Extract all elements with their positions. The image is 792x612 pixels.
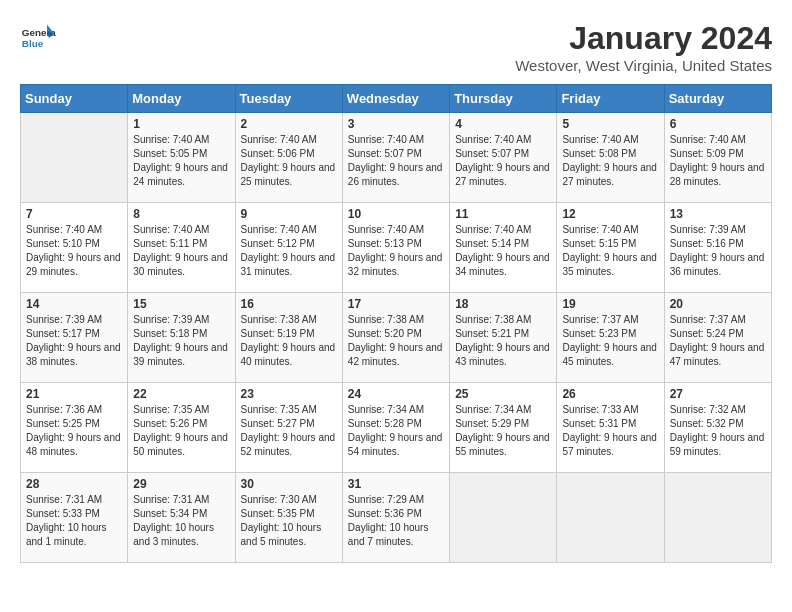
calendar-cell: 22Sunrise: 7:35 AMSunset: 5:26 PMDayligh… [128,383,235,473]
calendar-week-row: 14Sunrise: 7:39 AMSunset: 5:17 PMDayligh… [21,293,772,383]
day-info: Sunrise: 7:40 AMSunset: 5:15 PMDaylight:… [562,223,658,279]
day-number: 5 [562,117,658,131]
calendar-cell: 17Sunrise: 7:38 AMSunset: 5:20 PMDayligh… [342,293,449,383]
day-info: Sunrise: 7:40 AMSunset: 5:07 PMDaylight:… [455,133,551,189]
weekday-header-thursday: Thursday [450,85,557,113]
day-number: 27 [670,387,766,401]
calendar-table: SundayMondayTuesdayWednesdayThursdayFrid… [20,84,772,563]
day-info: Sunrise: 7:40 AMSunset: 5:10 PMDaylight:… [26,223,122,279]
day-number: 30 [241,477,337,491]
weekday-header-friday: Friday [557,85,664,113]
day-number: 10 [348,207,444,221]
day-number: 9 [241,207,337,221]
day-info: Sunrise: 7:38 AMSunset: 5:21 PMDaylight:… [455,313,551,369]
day-info: Sunrise: 7:29 AMSunset: 5:36 PMDaylight:… [348,493,444,549]
calendar-cell: 29Sunrise: 7:31 AMSunset: 5:34 PMDayligh… [128,473,235,563]
calendar-cell: 31Sunrise: 7:29 AMSunset: 5:36 PMDayligh… [342,473,449,563]
calendar-week-row: 1Sunrise: 7:40 AMSunset: 5:05 PMDaylight… [21,113,772,203]
day-number: 14 [26,297,122,311]
day-info: Sunrise: 7:31 AMSunset: 5:33 PMDaylight:… [26,493,122,549]
month-title: January 2024 [515,20,772,57]
svg-text:Blue: Blue [22,38,44,49]
calendar-cell [664,473,771,563]
day-number: 20 [670,297,766,311]
day-number: 29 [133,477,229,491]
calendar-cell [21,113,128,203]
calendar-cell: 26Sunrise: 7:33 AMSunset: 5:31 PMDayligh… [557,383,664,473]
day-number: 7 [26,207,122,221]
page-header: General Blue January 2024 Westover, West… [20,20,772,74]
weekday-header-monday: Monday [128,85,235,113]
day-number: 21 [26,387,122,401]
day-number: 25 [455,387,551,401]
calendar-cell: 28Sunrise: 7:31 AMSunset: 5:33 PMDayligh… [21,473,128,563]
calendar-cell [557,473,664,563]
day-number: 18 [455,297,551,311]
day-info: Sunrise: 7:31 AMSunset: 5:34 PMDaylight:… [133,493,229,549]
calendar-cell: 7Sunrise: 7:40 AMSunset: 5:10 PMDaylight… [21,203,128,293]
day-info: Sunrise: 7:38 AMSunset: 5:20 PMDaylight:… [348,313,444,369]
calendar-cell: 11Sunrise: 7:40 AMSunset: 5:14 PMDayligh… [450,203,557,293]
day-info: Sunrise: 7:33 AMSunset: 5:31 PMDaylight:… [562,403,658,459]
day-info: Sunrise: 7:40 AMSunset: 5:05 PMDaylight:… [133,133,229,189]
day-info: Sunrise: 7:35 AMSunset: 5:26 PMDaylight:… [133,403,229,459]
day-number: 28 [26,477,122,491]
day-info: Sunrise: 7:40 AMSunset: 5:13 PMDaylight:… [348,223,444,279]
day-info: Sunrise: 7:40 AMSunset: 5:12 PMDaylight:… [241,223,337,279]
day-number: 24 [348,387,444,401]
calendar-cell: 16Sunrise: 7:38 AMSunset: 5:19 PMDayligh… [235,293,342,383]
calendar-cell: 14Sunrise: 7:39 AMSunset: 5:17 PMDayligh… [21,293,128,383]
day-number: 16 [241,297,337,311]
calendar-cell: 27Sunrise: 7:32 AMSunset: 5:32 PMDayligh… [664,383,771,473]
weekday-header-tuesday: Tuesday [235,85,342,113]
day-info: Sunrise: 7:35 AMSunset: 5:27 PMDaylight:… [241,403,337,459]
calendar-cell: 8Sunrise: 7:40 AMSunset: 5:11 PMDaylight… [128,203,235,293]
calendar-week-row: 21Sunrise: 7:36 AMSunset: 5:25 PMDayligh… [21,383,772,473]
day-number: 22 [133,387,229,401]
calendar-cell: 13Sunrise: 7:39 AMSunset: 5:16 PMDayligh… [664,203,771,293]
location-subtitle: Westover, West Virginia, United States [515,57,772,74]
calendar-cell: 9Sunrise: 7:40 AMSunset: 5:12 PMDaylight… [235,203,342,293]
calendar-week-row: 7Sunrise: 7:40 AMSunset: 5:10 PMDaylight… [21,203,772,293]
weekday-header-sunday: Sunday [21,85,128,113]
logo-icon: General Blue [20,20,56,56]
day-number: 1 [133,117,229,131]
calendar-week-row: 28Sunrise: 7:31 AMSunset: 5:33 PMDayligh… [21,473,772,563]
day-info: Sunrise: 7:30 AMSunset: 5:35 PMDaylight:… [241,493,337,549]
day-info: Sunrise: 7:40 AMSunset: 5:06 PMDaylight:… [241,133,337,189]
calendar-cell: 12Sunrise: 7:40 AMSunset: 5:15 PMDayligh… [557,203,664,293]
calendar-cell: 6Sunrise: 7:40 AMSunset: 5:09 PMDaylight… [664,113,771,203]
calendar-cell: 30Sunrise: 7:30 AMSunset: 5:35 PMDayligh… [235,473,342,563]
calendar-cell: 2Sunrise: 7:40 AMSunset: 5:06 PMDaylight… [235,113,342,203]
title-area: January 2024 Westover, West Virginia, Un… [515,20,772,74]
weekday-header-saturday: Saturday [664,85,771,113]
day-number: 26 [562,387,658,401]
day-number: 4 [455,117,551,131]
day-number: 17 [348,297,444,311]
calendar-cell: 18Sunrise: 7:38 AMSunset: 5:21 PMDayligh… [450,293,557,383]
day-number: 13 [670,207,766,221]
day-info: Sunrise: 7:37 AMSunset: 5:24 PMDaylight:… [670,313,766,369]
day-number: 6 [670,117,766,131]
day-info: Sunrise: 7:40 AMSunset: 5:08 PMDaylight:… [562,133,658,189]
day-info: Sunrise: 7:32 AMSunset: 5:32 PMDaylight:… [670,403,766,459]
calendar-cell: 1Sunrise: 7:40 AMSunset: 5:05 PMDaylight… [128,113,235,203]
day-info: Sunrise: 7:39 AMSunset: 5:18 PMDaylight:… [133,313,229,369]
calendar-cell [450,473,557,563]
calendar-cell: 25Sunrise: 7:34 AMSunset: 5:29 PMDayligh… [450,383,557,473]
calendar-cell: 5Sunrise: 7:40 AMSunset: 5:08 PMDaylight… [557,113,664,203]
day-number: 11 [455,207,551,221]
calendar-cell: 15Sunrise: 7:39 AMSunset: 5:18 PMDayligh… [128,293,235,383]
calendar-cell: 10Sunrise: 7:40 AMSunset: 5:13 PMDayligh… [342,203,449,293]
day-number: 12 [562,207,658,221]
day-info: Sunrise: 7:40 AMSunset: 5:09 PMDaylight:… [670,133,766,189]
day-number: 19 [562,297,658,311]
day-info: Sunrise: 7:37 AMSunset: 5:23 PMDaylight:… [562,313,658,369]
day-info: Sunrise: 7:40 AMSunset: 5:11 PMDaylight:… [133,223,229,279]
day-info: Sunrise: 7:40 AMSunset: 5:07 PMDaylight:… [348,133,444,189]
day-number: 31 [348,477,444,491]
day-info: Sunrise: 7:40 AMSunset: 5:14 PMDaylight:… [455,223,551,279]
day-number: 3 [348,117,444,131]
day-number: 15 [133,297,229,311]
day-info: Sunrise: 7:34 AMSunset: 5:29 PMDaylight:… [455,403,551,459]
